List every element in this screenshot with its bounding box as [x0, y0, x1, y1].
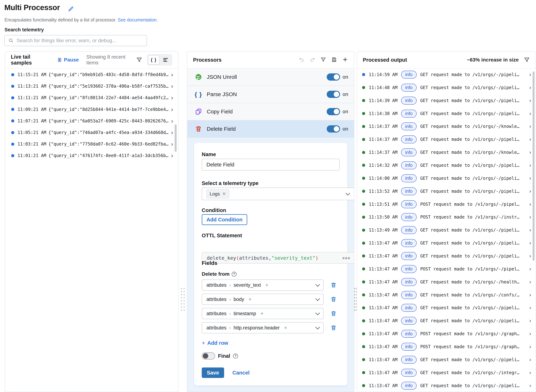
delete-field-row-select[interactable]: attributes › body +	[202, 294, 324, 305]
output-row[interactable]: 11:13:50 AM info POST request made to /v…	[357, 211, 536, 224]
chevron-right-icon[interactable]: ›	[529, 227, 531, 233]
trash-icon[interactable]	[330, 282, 337, 289]
output-row[interactable]: 11:13:47 AM info GET request made to /v1…	[357, 237, 536, 250]
json-unroll-toggle[interactable]	[327, 73, 340, 81]
add-subfield-icon[interactable]: +	[260, 311, 264, 317]
column-resize-handle-right[interactable]	[354, 287, 357, 311]
output-row[interactable]: 11:14:37 AM info GET request made to /v1…	[357, 146, 536, 159]
live-tail-row[interactable]: 11:11:21 AM {"query_id":"8fc80134-22e7-4…	[5, 92, 178, 103]
trash-icon[interactable]	[330, 325, 337, 331]
chevron-right-icon[interactable]: ›	[529, 189, 531, 194]
add-subfield-icon[interactable]: +	[249, 296, 252, 302]
column-resize-handle-left[interactable]	[180, 287, 186, 311]
delete-field-row-select[interactable]: attributes › severity_text +	[202, 280, 324, 291]
help-icon[interactable]: ?	[232, 272, 237, 277]
chevron-right-icon[interactable]: ›	[529, 163, 531, 168]
processor-row-delete-field[interactable]: Delete Field on	[187, 121, 354, 138]
edit-pencil-icon[interactable]	[67, 6, 74, 12]
final-toggle[interactable]	[202, 352, 215, 359]
chevron-right-icon[interactable]: ›	[529, 383, 531, 388]
live-tail-row[interactable]: 11:15:21 AM {"query_id":"b9eb91d5-483c-4…	[5, 69, 178, 80]
delete-field-row-select[interactable]: attributes › timestamp +	[202, 308, 324, 319]
output-row[interactable]: 11:13:47 AM info GET request made to /v1…	[357, 301, 536, 314]
output-row[interactable]: 11:13:47 AM info POST request made to /v…	[357, 262, 536, 275]
trash-icon[interactable]	[330, 296, 337, 303]
save-pipeline-icon[interactable]	[331, 57, 337, 63]
output-row[interactable]: 11:14:59 AM info GET request made to /v1…	[357, 68, 536, 81]
live-tail-scrollbar[interactable]	[175, 124, 177, 152]
output-row[interactable]: 11:14:32 AM info GET request made to /v1…	[357, 159, 536, 172]
chevron-right-icon[interactable]: ›	[529, 98, 531, 103]
trash-icon[interactable]	[330, 311, 337, 317]
filter-icon[interactable]	[136, 57, 142, 63]
chevron-right-icon[interactable]: ›	[529, 344, 531, 350]
live-tail-row[interactable]: 11:05:21 AM {"query_id":"746ad07a-a4fc-4…	[5, 127, 178, 138]
output-scrollbar[interactable]	[533, 71, 535, 261]
undo-icon[interactable]	[299, 57, 305, 63]
chevron-right-icon[interactable]: ›	[171, 95, 173, 101]
help-icon[interactable]: ?	[233, 354, 238, 359]
chevron-right-icon[interactable]: ›	[171, 153, 173, 159]
output-row[interactable]: 11:13:47 AM info GET request made to /v1…	[357, 250, 536, 262]
output-row[interactable]: 11:13:51 AM info POST request made to /v…	[357, 198, 536, 211]
output-row[interactable]: 11:14:38 AM info GET request made to /v1…	[357, 107, 536, 120]
chevron-right-icon[interactable]: ›	[171, 141, 173, 147]
copy-field-toggle[interactable]	[327, 108, 340, 115]
chevron-right-icon[interactable]: ›	[529, 150, 531, 155]
output-row[interactable]: 11:13:49 AM info GET request made to /v1…	[357, 224, 536, 237]
live-tail-row[interactable]: 11:07:21 AM {"query_id":"6a053a2f-6909-4…	[5, 115, 178, 127]
chevron-right-icon[interactable]: ›	[171, 106, 173, 112]
chevron-right-icon[interactable]: ›	[529, 292, 531, 298]
output-row[interactable]: 11:14:39 AM info GET request made to /v1…	[357, 94, 536, 107]
live-tail-row[interactable]: 11:13:21 AM {"query_id":"5e193602-378a-4…	[5, 80, 178, 92]
chevron-right-icon[interactable]: ›	[171, 130, 173, 135]
output-row[interactable]: 11:13:47 AM info POST request made to /v…	[357, 340, 536, 353]
chevron-right-icon[interactable]: ›	[171, 83, 173, 89]
chevron-right-icon[interactable]: ›	[529, 124, 531, 129]
output-row[interactable]: 11:13:47 AM info GET request made to /v1…	[357, 379, 536, 392]
chevron-right-icon[interactable]: ›	[529, 357, 531, 362]
chevron-right-icon[interactable]: ›	[529, 176, 531, 181]
output-row[interactable]: 11:13:47 AM info GET request made to /v1…	[357, 289, 536, 302]
add-condition-button[interactable]: Add Condition	[202, 214, 247, 225]
output-row[interactable]: 11:14:37 AM info GET request made to /v1…	[357, 120, 536, 133]
chevron-right-icon[interactable]: ›	[529, 305, 531, 311]
chevron-right-icon[interactable]: ›	[529, 111, 531, 116]
filter-output-icon[interactable]	[524, 57, 530, 63]
pause-button[interactable]: Pause	[57, 57, 79, 63]
delete-field-row-select[interactable]: attributes › http.response.header +	[202, 322, 324, 333]
documentation-link[interactable]: See documentation.	[118, 17, 158, 22]
chevron-right-icon[interactable]: ›	[529, 266, 531, 272]
processor-row-json-unroll[interactable]: JSON Unroll on	[187, 69, 354, 86]
chevron-right-icon[interactable]: ›	[529, 331, 531, 336]
processor-row-parse-json[interactable]: { } Parse JSON on	[187, 86, 354, 103]
live-tail-row[interactable]: 11:01:21 AM {"query_id":"476174fc-8ee0-4…	[5, 150, 178, 161]
chevron-right-icon[interactable]: ›	[529, 137, 531, 142]
live-tail-row[interactable]: 11:03:21 AM {"query_id":"7750da07-6c62-4…	[5, 138, 178, 150]
output-row[interactable]: 11:13:47 AM info POST request made to /v…	[357, 327, 536, 340]
telemetry-type-select[interactable]: Logs ✕	[202, 187, 354, 200]
close-icon[interactable]: ✕	[222, 191, 226, 197]
live-tail-row[interactable]: 11:09:21 AM {"query_id":"8d25b844-941e-4…	[5, 104, 178, 115]
chevron-right-icon[interactable]: ›	[529, 215, 531, 220]
name-input[interactable]: Delete Field	[202, 159, 340, 171]
chevron-right-icon[interactable]: ›	[529, 202, 531, 207]
save-button[interactable]: Save	[202, 368, 224, 378]
output-row[interactable]: 11:14:48 AM info GET request made to /v1…	[357, 81, 536, 94]
filter-processors-icon[interactable]	[320, 57, 326, 63]
add-subfield-icon[interactable]: +	[265, 282, 268, 288]
ellipsis-icon[interactable]: ●●●	[342, 256, 350, 260]
chevron-right-icon[interactable]: ›	[529, 318, 531, 323]
json-view-button[interactable]: { }	[148, 55, 159, 65]
list-view-button[interactable]	[160, 55, 171, 65]
chevron-right-icon[interactable]: ›	[529, 72, 531, 77]
chevron-right-icon[interactable]: ›	[529, 240, 531, 246]
chevron-right-icon[interactable]: ›	[529, 253, 531, 259]
cancel-button[interactable]: Cancel	[232, 370, 249, 376]
output-row[interactable]: 11:13:47 AM info GET request made to /v1…	[357, 314, 536, 327]
add-processor-icon[interactable]: +	[342, 57, 348, 63]
output-row[interactable]: 11:13:47 AM info GET request made to /v1…	[357, 275, 536, 289]
output-row[interactable]: 11:13:47 AM info GET request made to /v1…	[357, 353, 536, 366]
chevron-right-icon[interactable]: ›	[529, 370, 531, 375]
delete-field-toggle[interactable]	[327, 125, 340, 133]
